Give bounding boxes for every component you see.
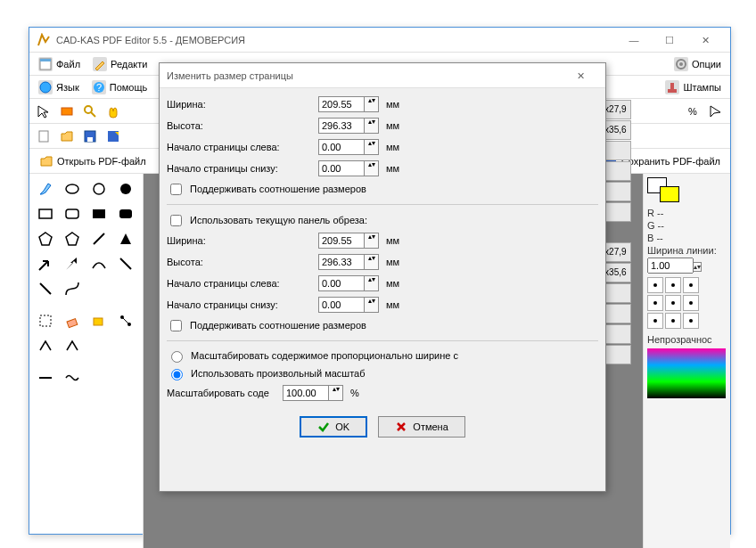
hand-tool[interactable] xyxy=(103,101,124,122)
svg-text:?: ? xyxy=(96,82,102,93)
linewidth-input[interactable] xyxy=(647,258,694,274)
fill-tool[interactable] xyxy=(86,309,111,332)
file-icon xyxy=(38,57,53,71)
menu-stamps[interactable]: Штампы xyxy=(660,78,727,96)
anchor-grid[interactable] xyxy=(647,277,727,329)
bezier-tool[interactable] xyxy=(60,277,85,300)
svg-marker-28 xyxy=(120,233,131,244)
menu-file[interactable]: Файл xyxy=(33,55,86,73)
polygon-tool[interactable] xyxy=(33,227,58,250)
filled-rect-tool[interactable] xyxy=(86,202,111,225)
svg-point-20 xyxy=(120,184,131,194)
scale-to-label: Масштабировать соде xyxy=(167,388,283,398)
bottom-spin[interactable]: ▴▾ xyxy=(365,160,379,176)
diag-line-tool[interactable] xyxy=(33,277,58,300)
menu-edit[interactable]: Редакти xyxy=(87,55,152,73)
left-label: Начало страницы слева: xyxy=(167,142,318,152)
rect-tool[interactable] xyxy=(33,202,58,225)
svg-point-10 xyxy=(85,106,92,113)
scale-custom-radio[interactable] xyxy=(171,369,183,380)
svg-rect-21 xyxy=(39,209,52,218)
height-input[interactable] xyxy=(318,118,365,134)
caret-tool[interactable] xyxy=(33,334,58,357)
linewidth-spin[interactable]: ▴▾ xyxy=(694,262,702,272)
svg-rect-1 xyxy=(40,59,51,61)
linewidth-label: Ширина линии: xyxy=(647,245,727,256)
ok-button[interactable]: OK xyxy=(300,416,367,438)
select-rect-tool[interactable] xyxy=(56,101,78,122)
line-tool[interactable] xyxy=(86,227,111,250)
crop-left-input[interactable] xyxy=(318,275,365,291)
stamp-icon xyxy=(665,80,679,94)
cancel-button[interactable]: Отмена xyxy=(378,416,464,438)
crop-width-input[interactable] xyxy=(318,233,365,249)
circle-tool[interactable] xyxy=(86,177,111,200)
ellipse-tool[interactable] xyxy=(60,177,85,200)
crop-keep-ratio-checkbox[interactable] xyxy=(170,320,182,331)
main-title: CAD-KAS PDF Editor 5.5 - ДЕМОВЕРСИЯ xyxy=(56,35,616,45)
dialog-titlebar: Изменить размер страницы ✕ xyxy=(160,63,605,88)
rounded-rect-tool[interactable] xyxy=(60,202,85,225)
open-doc[interactable] xyxy=(56,126,78,147)
svg-rect-23 xyxy=(93,209,105,218)
svg-point-19 xyxy=(94,184,104,194)
save-as[interactable] xyxy=(103,126,124,147)
app-icon xyxy=(37,33,51,47)
brush-tool[interactable] xyxy=(33,177,58,200)
scale-prop-label: Масштабировать содержимое пропорциональн… xyxy=(191,350,458,361)
edit-node-tool[interactable] xyxy=(113,309,138,332)
cursor-icon[interactable] xyxy=(705,101,727,122)
color-picker[interactable] xyxy=(647,348,726,398)
width-spin[interactable]: ▴▾ xyxy=(365,96,379,112)
percent-field[interactable]: % xyxy=(682,101,703,122)
filled-rrect-tool[interactable] xyxy=(113,202,138,225)
arc-tool[interactable] xyxy=(113,252,138,275)
triangle-tool[interactable] xyxy=(113,227,138,250)
pentagon-tool[interactable] xyxy=(60,227,85,250)
scale-input[interactable] xyxy=(283,385,329,401)
menu-help[interactable]: ? Помощь xyxy=(86,78,153,96)
svg-point-3 xyxy=(679,62,683,66)
left-input[interactable] xyxy=(318,139,365,155)
use-crop-checkbox[interactable] xyxy=(170,215,182,226)
width-input[interactable] xyxy=(318,96,365,112)
svg-line-11 xyxy=(91,112,95,117)
svg-line-35 xyxy=(122,317,129,324)
minimize-button[interactable]: — xyxy=(616,29,652,51)
svg-rect-24 xyxy=(119,209,132,218)
crop-bottom-input[interactable] xyxy=(318,297,365,313)
menu-lang[interactable]: Язык xyxy=(33,78,85,96)
marquee-tool[interactable] xyxy=(33,309,58,332)
new-doc[interactable] xyxy=(33,126,54,147)
caret2-tool[interactable] xyxy=(60,334,85,357)
bg-color[interactable] xyxy=(660,186,679,202)
keep-ratio-checkbox[interactable] xyxy=(170,184,182,195)
svg-line-29 xyxy=(40,283,51,294)
menu-options[interactable]: Опции xyxy=(669,55,727,73)
open-pdf-button[interactable]: Открыть PDF-файл xyxy=(33,151,152,172)
eraser-tool[interactable] xyxy=(60,309,85,332)
dialog-close-button[interactable]: ✕ xyxy=(563,65,598,86)
page-size-dialog: Изменить размер страницы ✕ Ширина: ▴▾ мм… xyxy=(159,62,606,492)
crop-height-input[interactable] xyxy=(318,254,365,270)
width-label: Ширина: xyxy=(167,99,318,110)
dialog-title: Изменить размер страницы xyxy=(167,70,563,81)
filled-circle-tool[interactable] xyxy=(113,177,138,200)
zoom-tool[interactable] xyxy=(79,101,101,122)
bottom-input[interactable] xyxy=(318,160,365,176)
save-doc[interactable] xyxy=(79,126,101,147)
hline-tool[interactable] xyxy=(33,366,58,389)
maximize-button[interactable]: ☐ xyxy=(652,29,687,51)
arrow-filled-tool[interactable] xyxy=(60,252,85,275)
curve-tool[interactable] xyxy=(86,252,111,275)
scale-prop-radio[interactable] xyxy=(171,351,183,363)
pointer-tool[interactable] xyxy=(33,101,54,122)
arrow-tool[interactable] xyxy=(33,252,58,275)
wave-tool[interactable] xyxy=(60,366,85,389)
left-spin[interactable]: ▴▾ xyxy=(365,139,379,155)
bottom-label: Начало страницы снизу: xyxy=(167,163,318,174)
height-spin[interactable]: ▴▾ xyxy=(365,118,379,134)
color-b: B -- xyxy=(647,233,727,243)
color-swatch[interactable] xyxy=(647,177,679,202)
close-button[interactable]: ✕ xyxy=(687,29,723,51)
